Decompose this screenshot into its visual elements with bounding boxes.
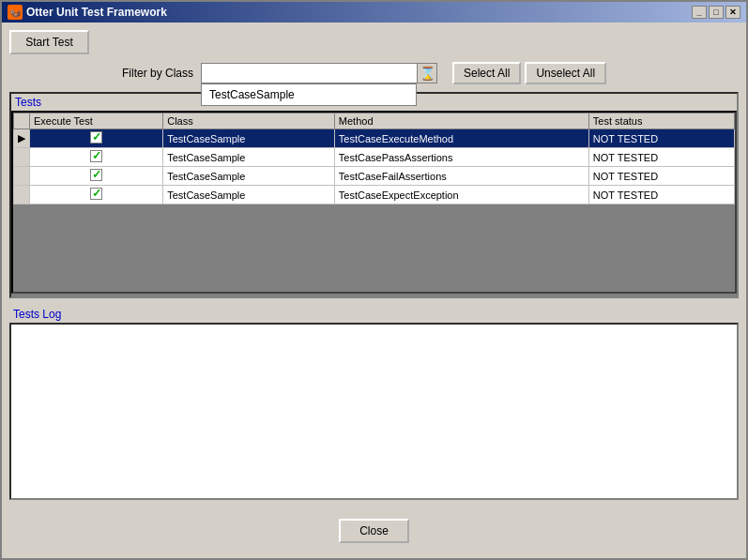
execute-checkbox-0[interactable]: [30, 129, 163, 148]
content-area: Start Test Filter by Class ⌛ TestCaseSam…: [2, 23, 746, 558]
class-cell-1: TestCaseSample: [163, 148, 335, 167]
status-cell-2: NOT TESTED: [588, 167, 734, 186]
maximize-button[interactable]: □: [709, 6, 724, 19]
tests-panel: Tests Execute Test Class Method Test sta…: [9, 92, 739, 298]
class-cell-2: TestCaseSample: [163, 167, 335, 186]
action-buttons: Select All Unselect All: [452, 62, 606, 84]
col-class: Class: [163, 114, 335, 129]
title-buttons: _ □ ✕: [692, 6, 740, 19]
unselect-all-button[interactable]: Unselect All: [525, 62, 606, 84]
col-execute: Execute Test: [30, 114, 163, 129]
table-row[interactable]: TestCaseSampleTestCaseFailAssertionsNOT …: [14, 167, 735, 186]
checkbox-icon[interactable]: [90, 131, 102, 144]
tests-table-container: Execute Test Class Method Test status ▶T…: [11, 111, 737, 294]
method-cell-3: TestCaseExpectException: [334, 186, 588, 204]
method-cell-1: TestCasePassAssertions: [334, 148, 588, 167]
log-label: Tests Log: [9, 306, 739, 323]
filter-dropdown[interactable]: TestCaseSample: [201, 83, 417, 106]
class-cell-3: TestCaseSample: [163, 186, 335, 204]
start-test-button[interactable]: Start Test: [9, 30, 89, 54]
title-bar-left: 🦦 Otter Unit Test Framework: [8, 5, 167, 20]
checkbox-icon[interactable]: [90, 188, 102, 200]
checkbox-icon[interactable]: [90, 150, 102, 162]
table-row[interactable]: TestCaseSampleTestCaseExpectExceptionNOT…: [14, 186, 735, 204]
close-button[interactable]: Close: [339, 519, 409, 543]
row-arrow-1: [14, 148, 30, 167]
table-row[interactable]: ▶TestCaseSampleTestCaseExecuteMethodNOT …: [14, 129, 735, 148]
title-bar: 🦦 Otter Unit Test Framework _ □ ✕: [2, 2, 746, 23]
col-method: Method: [334, 114, 588, 129]
row-arrow-3: [14, 186, 30, 204]
row-arrow-2: [14, 167, 30, 186]
status-cell-1: NOT TESTED: [588, 148, 734, 167]
minimize-button[interactable]: _: [692, 6, 707, 19]
bottom-row: Close: [9, 511, 739, 551]
filter-input[interactable]: [201, 63, 417, 83]
execute-checkbox-3[interactable]: [30, 186, 163, 204]
method-cell-0: TestCaseExecuteMethod: [334, 129, 588, 148]
row-arrow-0: ▶: [14, 129, 30, 148]
status-cell-0: NOT TESTED: [588, 129, 734, 148]
checkbox-icon[interactable]: [90, 169, 102, 181]
status-cell-3: NOT TESTED: [588, 186, 734, 204]
class-cell-0: TestCaseSample: [163, 129, 335, 148]
col-status: Test status: [588, 114, 734, 129]
filter-label: Filter by Class: [122, 67, 193, 80]
col-arrow: [14, 114, 30, 129]
main-window: 🦦 Otter Unit Test Framework _ □ ✕ Start …: [0, 0, 748, 560]
window-title: Otter Unit Test Framework: [26, 6, 167, 19]
close-window-button[interactable]: ✕: [725, 6, 740, 19]
table-row[interactable]: TestCaseSampleTestCasePassAssertionsNOT …: [14, 148, 735, 167]
filter-row: Filter by Class ⌛ TestCaseSample Select …: [9, 62, 739, 84]
log-area: [9, 323, 739, 500]
execute-checkbox-2[interactable]: [30, 167, 163, 186]
execute-checkbox-1[interactable]: [30, 148, 163, 167]
app-icon: 🦦: [8, 5, 23, 20]
dropdown-item-testcasesample[interactable]: TestCaseSample: [202, 86, 416, 103]
method-cell-2: TestCaseFailAssertions: [334, 167, 588, 186]
filter-input-container: ⌛ TestCaseSample: [201, 63, 437, 83]
select-all-button[interactable]: Select All: [452, 62, 521, 84]
log-panel: Tests Log: [9, 306, 739, 504]
tests-table: Execute Test Class Method Test status ▶T…: [13, 113, 735, 204]
hourglass-icon: ⌛: [417, 63, 437, 83]
